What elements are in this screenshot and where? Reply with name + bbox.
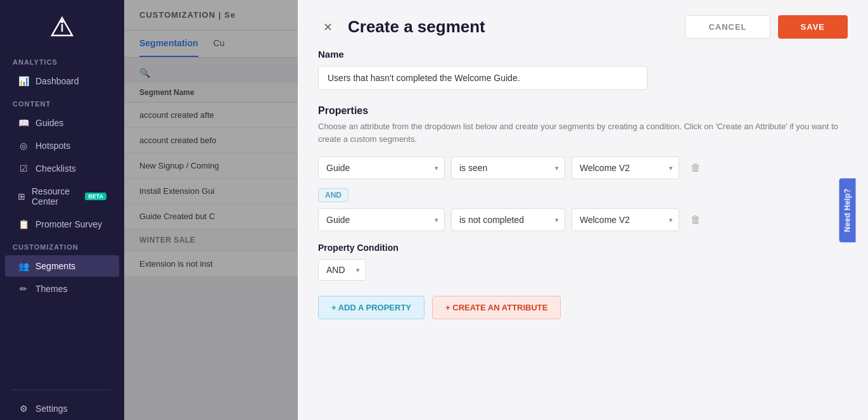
- attr-select-wrapper-1: Guide User Account ▾: [318, 156, 445, 179]
- sidebar-item-label: Hotspots: [35, 141, 70, 151]
- sidebar-item-label: Promoter Survey: [35, 219, 102, 229]
- sidebar-item-themes[interactable]: ✏ Themes: [5, 278, 119, 300]
- dialog-title: Create a segment: [348, 17, 485, 37]
- condition-select-1[interactable]: is seen is not seen is completed is not …: [451, 156, 565, 179]
- property-condition-label: Property Condition: [318, 243, 848, 253]
- guides-icon: 📖: [18, 118, 29, 128]
- sidebar-item-resource-center[interactable]: ⊞ Resource Center BETA: [5, 181, 119, 212]
- sidebar-item-label: Themes: [35, 284, 68, 294]
- dialog-body: Name Properties Choose an attribute from…: [298, 49, 868, 420]
- value-select-wrapper-2: Welcome V2 Welcome V1 Onboarding ▾: [571, 208, 679, 231]
- condition-select-wrapper-2: is seen is not seen is completed is not …: [451, 208, 565, 231]
- name-label: Name: [318, 49, 848, 60]
- property-condition-select-wrapper: AND OR ▾: [318, 259, 366, 281]
- save-button[interactable]: SAVE: [778, 15, 848, 39]
- hotspots-icon: ◎: [18, 141, 29, 151]
- segments-icon: 👥: [18, 261, 29, 271]
- property-row-2: Guide User Account ▾ is seen is not seen…: [318, 208, 848, 231]
- dashboard-icon: 📊: [18, 76, 29, 86]
- condition-select-2[interactable]: is seen is not seen is completed is not …: [451, 208, 565, 231]
- properties-section-title: Properties: [318, 105, 848, 117]
- add-property-button[interactable]: + ADD A PROPERTY: [318, 296, 424, 319]
- customization-section-label: CUSTOMIZATION: [0, 236, 124, 255]
- modal-overlay: ✕ Create a segment CANCEL SAVE Name Prop…: [124, 0, 868, 420]
- attr-select-2[interactable]: Guide User Account: [318, 208, 445, 231]
- attr-select-wrapper-2: Guide User Account ▾: [318, 208, 445, 231]
- properties-description: Choose an attribute from the dropdown li…: [318, 120, 848, 145]
- promoter-survey-icon: 📋: [18, 219, 29, 229]
- close-button[interactable]: ✕: [318, 18, 338, 37]
- sidebar: ANALYTICS 📊 Dashboard CONTENT 📖 Guides ◎…: [0, 0, 124, 420]
- name-input[interactable]: [318, 66, 648, 90]
- value-select-wrapper-1: Welcome V2 Welcome V1 Onboarding ▾: [571, 156, 679, 179]
- sidebar-item-label: Resource Center: [32, 186, 76, 207]
- sidebar-item-settings[interactable]: ⚙ Settings: [5, 398, 119, 419]
- dialog-header: ✕ Create a segment CANCEL SAVE: [298, 0, 868, 49]
- checklists-icon: ☑: [18, 163, 29, 174]
- cancel-button[interactable]: CANCEL: [685, 15, 770, 39]
- sidebar-item-hotspots[interactable]: ◎ Hotspots: [5, 135, 119, 156]
- sidebar-item-dashboard[interactable]: 📊 Dashboard: [5, 70, 119, 92]
- sidebar-item-segments[interactable]: 👥 Segments: [5, 255, 119, 277]
- main-area: CUSTOMIZATION | Se Segmentation Cu 🔍 Seg…: [124, 0, 868, 420]
- settings-icon: ⚙: [18, 404, 29, 414]
- attr-select-1[interactable]: Guide User Account: [318, 156, 445, 179]
- value-select-1[interactable]: Welcome V2 Welcome V1 Onboarding: [571, 156, 679, 179]
- and-separator-badge: AND: [318, 188, 348, 202]
- svg-point-2: [61, 20, 64, 23]
- sidebar-bottom: ⚙ Settings: [0, 382, 124, 420]
- condition-select-row: AND OR ▾: [318, 259, 848, 281]
- sidebar-item-label: Segments: [35, 261, 75, 271]
- sidebar-item-label: Guides: [35, 118, 63, 128]
- dialog-title-row: ✕ Create a segment: [318, 17, 485, 37]
- logo-icon: [49, 15, 75, 41]
- beta-badge: BETA: [85, 193, 106, 200]
- sidebar-item-label: Checklists: [35, 163, 76, 174]
- condition-select-wrapper-1: is seen is not seen is completed is not …: [451, 156, 565, 179]
- resource-center-icon: ⊞: [18, 191, 25, 201]
- dialog-actions: CANCEL SAVE: [685, 15, 848, 39]
- sidebar-logo: [0, 0, 124, 51]
- property-row-1: Guide User Account ▾ is seen is not seen…: [318, 156, 848, 179]
- property-condition-section: Property Condition AND OR ▾: [318, 243, 848, 281]
- themes-icon: ✏: [18, 284, 29, 294]
- sidebar-item-label: Dashboard: [35, 76, 79, 86]
- content-section-label: CONTENT: [0, 92, 124, 111]
- analytics-section-label: ANALYTICS: [0, 51, 124, 70]
- delete-property-2-button[interactable]: 🗑: [686, 212, 706, 228]
- sidebar-item-label: Settings: [35, 404, 68, 414]
- property-condition-select[interactable]: AND OR: [318, 259, 366, 281]
- value-select-2[interactable]: Welcome V2 Welcome V1 Onboarding: [571, 208, 679, 231]
- sidebar-item-checklists[interactable]: ☑ Checklists: [5, 158, 119, 179]
- need-help-tab[interactable]: Need Help?: [839, 178, 855, 242]
- add-buttons-row: + ADD A PROPERTY + CREATE AN ATTRIBUTE: [318, 296, 848, 319]
- sidebar-item-guides[interactable]: 📖 Guides: [5, 112, 119, 134]
- sidebar-item-promoter-survey[interactable]: 📋 Promoter Survey: [5, 213, 119, 235]
- add-attribute-button[interactable]: + CREATE AN ATTRIBUTE: [432, 296, 561, 319]
- create-segment-dialog: ✕ Create a segment CANCEL SAVE Name Prop…: [298, 0, 868, 420]
- delete-property-1-button[interactable]: 🗑: [686, 160, 706, 176]
